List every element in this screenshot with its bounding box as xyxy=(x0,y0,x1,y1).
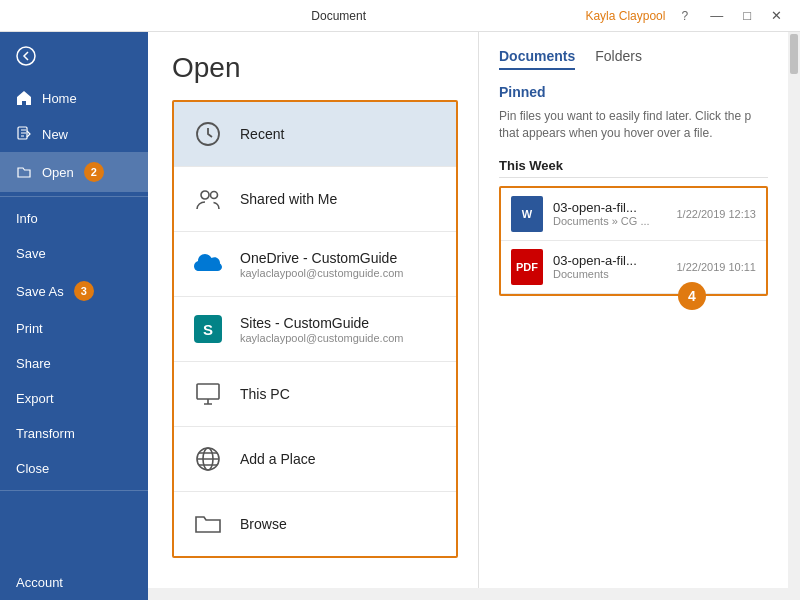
left-panel: Open Recent xyxy=(148,32,478,588)
sidebar-item-info-label: Info xyxy=(16,211,38,226)
file-item-2[interactable]: PDF 03-open-a-fil... Documents 1/22/2019… xyxy=(501,241,766,294)
this-week-label: This Week xyxy=(499,154,768,178)
file-date-1: 1/22/2019 12:13 xyxy=(676,208,756,220)
location-shared[interactable]: Shared with Me xyxy=(174,167,456,232)
location-sites-sub: kaylaclaypool@customguide.com xyxy=(240,332,403,344)
file-name-2: 03-open-a-fil... xyxy=(553,253,666,268)
sidebar-item-close[interactable]: Close xyxy=(0,451,148,486)
sidebar-item-transform[interactable]: Transform xyxy=(0,416,148,451)
window-controls: — □ ✕ xyxy=(704,8,788,23)
sidebar-item-new[interactable]: New xyxy=(0,116,148,152)
location-onedrive-sub: kaylaclaypool@customguide.com xyxy=(240,267,403,279)
right-panel: Documents Folders Pinned Pin files you w… xyxy=(478,32,788,588)
horizontal-scrollbar[interactable] xyxy=(148,588,800,600)
close-button[interactable]: ✕ xyxy=(765,8,788,23)
badge-4: 4 xyxy=(678,282,706,310)
globe-icon xyxy=(190,441,226,477)
sidebar-item-new-label: New xyxy=(42,127,68,142)
location-addplace[interactable]: Add a Place xyxy=(174,427,456,492)
pinned-label: Pinned xyxy=(499,84,768,100)
file-meta-1: 03-open-a-fil... Documents » CG ... xyxy=(553,200,666,227)
sidebar-item-export-label: Export xyxy=(16,391,54,406)
file-path-2: Documents xyxy=(553,268,666,280)
maximize-button[interactable]: □ xyxy=(737,8,757,23)
pdf-icon-label: PDF xyxy=(516,261,538,273)
location-thispc-label: This PC xyxy=(240,386,290,402)
minimize-button[interactable]: — xyxy=(704,8,729,23)
tab-documents[interactable]: Documents xyxy=(499,48,575,70)
sidebar-item-print[interactable]: Print xyxy=(0,311,148,346)
tab-folders[interactable]: Folders xyxy=(595,48,642,70)
window-title: Document xyxy=(92,9,585,23)
svg-point-3 xyxy=(201,191,209,199)
sidebar-item-export[interactable]: Export xyxy=(0,381,148,416)
tabs-row: Documents Folders xyxy=(499,48,768,70)
file-meta-2: 03-open-a-fil... Documents xyxy=(553,253,666,280)
sharepoint-icon: S xyxy=(190,311,226,347)
sidebar-item-share-label: Share xyxy=(16,356,51,371)
sidebar-item-info[interactable]: Info xyxy=(0,201,148,236)
badge-4-container: 4 xyxy=(678,282,706,310)
location-recent[interactable]: Recent xyxy=(174,102,456,167)
help-button[interactable]: ? xyxy=(681,9,688,23)
location-thispc[interactable]: This PC xyxy=(174,362,456,427)
svg-rect-5 xyxy=(197,384,219,399)
sidebar-item-open-label: Open xyxy=(42,165,74,180)
location-recent-label: Recent xyxy=(240,126,284,142)
sidebar-item-save-label: Save xyxy=(16,246,46,261)
sidebar-item-account-label: Account xyxy=(16,575,63,590)
location-addplace-label: Add a Place xyxy=(240,451,316,467)
sidebar-item-transform-label: Transform xyxy=(16,426,75,441)
sidebar-item-print-label: Print xyxy=(16,321,43,336)
app-body: Home New Open 2 Info Save Save As 3 Pri xyxy=(0,32,800,600)
svg-point-4 xyxy=(211,192,218,199)
sidebar-item-account[interactable]: Account xyxy=(0,565,148,600)
sidebar-item-save-as-label: Save As xyxy=(16,284,64,299)
page-title: Open xyxy=(172,52,458,84)
back-button[interactable] xyxy=(0,32,148,80)
svg-point-0 xyxy=(17,47,35,65)
location-sites-label: Sites - CustomGuide xyxy=(240,315,403,331)
computer-icon xyxy=(190,376,226,412)
sidebar-item-home[interactable]: Home xyxy=(0,80,148,116)
user-name: Kayla Claypool xyxy=(585,9,665,23)
pinned-description: Pin files you want to easily find later.… xyxy=(499,108,768,142)
location-recent-text: Recent xyxy=(240,126,284,142)
file-path-1: Documents » CG ... xyxy=(553,215,666,227)
sidebar-item-share[interactable]: Share xyxy=(0,346,148,381)
clock-icon xyxy=(190,116,226,152)
pdf-icon: PDF xyxy=(511,249,543,285)
location-onedrive[interactable]: OneDrive - CustomGuide kaylaclaypool@cus… xyxy=(174,232,456,297)
titlebar: Document Kayla Claypool ? — □ ✕ xyxy=(0,0,800,32)
location-browse[interactable]: Browse xyxy=(174,492,456,556)
open-badge: 2 xyxy=(84,162,104,182)
folder-icon xyxy=(190,506,226,542)
open-page: Open Recent xyxy=(148,32,800,588)
sidebar: Home New Open 2 Info Save Save As 3 Pri xyxy=(0,32,148,600)
sidebar-item-save[interactable]: Save xyxy=(0,236,148,271)
sidebar-item-save-as[interactable]: Save As 3 xyxy=(0,271,148,311)
file-name-1: 03-open-a-fil... xyxy=(553,200,666,215)
vertical-scrollbar[interactable] xyxy=(788,32,800,588)
save-as-badge: 3 xyxy=(74,281,94,301)
file-date-2: 1/22/2019 10:11 xyxy=(676,261,756,273)
people-icon xyxy=(190,181,226,217)
word-icon: W xyxy=(511,196,543,232)
sidebar-item-home-label: Home xyxy=(42,91,77,106)
file-list: W 03-open-a-fil... Documents » CG ... 1/… xyxy=(499,186,768,296)
location-list: Recent xyxy=(172,100,458,558)
location-shared-label: Shared with Me xyxy=(240,191,337,207)
location-onedrive-label: OneDrive - CustomGuide xyxy=(240,250,403,266)
file-item-1[interactable]: W 03-open-a-fil... Documents » CG ... 1/… xyxy=(501,188,766,241)
cloud-icon xyxy=(190,246,226,282)
word-icon-label: W xyxy=(522,208,532,220)
content-area: Open Recent xyxy=(148,32,800,600)
location-sites[interactable]: S Sites - CustomGuide kaylaclaypool@cust… xyxy=(174,297,456,362)
sidebar-item-open[interactable]: Open 2 xyxy=(0,152,148,192)
location-browse-label: Browse xyxy=(240,516,287,532)
sidebar-item-close-label: Close xyxy=(16,461,49,476)
